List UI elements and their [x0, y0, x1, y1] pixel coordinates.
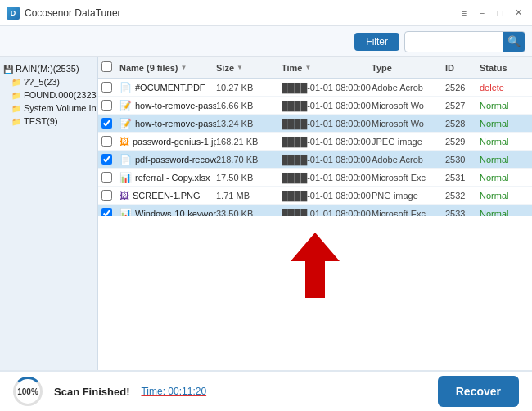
table-row[interactable]: 📊 referral - Copy.xlsx 17.50 KB ████-01-…: [98, 169, 532, 187]
row-size-4: 218.70 KB: [216, 155, 282, 165]
sidebar-item-77[interactable]: 📁 ??_5(23): [0, 75, 97, 88]
row-status-4: Normal: [480, 155, 529, 165]
progress-circle: 100%: [13, 377, 43, 406]
row-type-3: JPEG image: [372, 137, 445, 147]
select-all-checkbox[interactable]: [101, 61, 112, 72]
row-checkbox-0[interactable]: [101, 82, 119, 93]
row-check-1[interactable]: [101, 100, 112, 111]
row-status-0: delete: [480, 83, 529, 93]
minimize-button[interactable]: −: [475, 6, 489, 20]
row-checkbox-6[interactable]: [101, 190, 119, 201]
row-name-6: 🖼 SCREEN-1.PNG: [119, 190, 216, 201]
excel-icon: 📊: [119, 172, 132, 183]
search-button[interactable]: 🔍: [503, 31, 525, 52]
row-id-0: 2526: [445, 83, 480, 93]
sidebar-label-test: TEST(9): [24, 116, 58, 126]
row-filename-4: pdf-password-recovery-tool.pdf: [135, 155, 216, 165]
row-name-4: 📄 pdf-password-recovery-tool.pdf: [119, 154, 216, 165]
maximize-button[interactable]: □: [493, 6, 507, 20]
table-row[interactable]: 🖼 password-genius-1.jpg 168.21 KB ████-0…: [98, 133, 532, 151]
row-status-1: Normal: [480, 101, 529, 111]
hamburger-menu-icon[interactable]: ≡: [457, 6, 471, 20]
table-header: Name (9 files) ▼ Size ▼ Time ▼ Type ID: [98, 57, 532, 79]
header-name-label: Name (9 files): [119, 63, 178, 73]
row-check-4[interactable]: [101, 154, 112, 165]
sidebar-label-sysvolinfo: System Volume Information(11): [24, 103, 98, 113]
close-button[interactable]: ✕: [511, 6, 525, 20]
sidebar-item-sysvolinfo[interactable]: 📁 System Volume Information(11): [0, 102, 97, 115]
row-type-0: Adobe Acrob: [372, 83, 445, 93]
header-time-col: Time ▼: [282, 63, 372, 73]
row-check-7[interactable]: [101, 208, 112, 216]
size-sort-icon[interactable]: ▼: [237, 64, 243, 71]
row-checkbox-4[interactable]: [101, 154, 119, 165]
row-check-2[interactable]: [101, 118, 112, 129]
table-row[interactable]: 📝 how-to-remove-password_unprotected.doc…: [98, 115, 532, 133]
jpg-icon: 🖼: [119, 136, 129, 147]
row-time-0: ████-01-01 08:00:00: [282, 83, 372, 93]
app-title: Cocosenor DataTuner: [25, 7, 457, 19]
row-check-0[interactable]: [101, 82, 112, 93]
row-status-3: Normal: [480, 137, 529, 147]
row-filename-3: password-genius-1.jpg: [133, 137, 216, 147]
row-time-7: ████-01-01 08:00:00: [282, 209, 372, 217]
folder-icon-77: 📁: [11, 78, 21, 87]
row-checkbox-2[interactable]: [101, 118, 119, 129]
table-row[interactable]: 📄 #OCUMENT.PDF 10.27 KB ████-01-01 08:00…: [98, 79, 532, 97]
folder-icon-sysvolinfo: 📁: [11, 104, 21, 113]
table-row[interactable]: 📝 how-to-remove-password.docx 16.66 KB █…: [98, 97, 532, 115]
filter-button[interactable]: Filter: [354, 33, 399, 51]
up-arrow-icon: [291, 233, 340, 298]
row-status-5: Normal: [480, 173, 529, 183]
file-area: Name (9 files) ▼ Size ▼ Time ▼ Type ID: [98, 57, 532, 370]
row-filename-7: Windows-10-keyword.xlsx: [135, 209, 216, 217]
row-size-1: 16.66 KB: [216, 101, 282, 111]
row-status-2: Normal: [480, 119, 529, 129]
row-checkbox-5[interactable]: [101, 172, 119, 183]
progress-percent: 100%: [17, 387, 38, 396]
svg-marker-0: [291, 233, 340, 298]
sidebar-item-found[interactable]: 📁 FOUND.000(2323): [0, 88, 97, 102]
row-time-5: ████-01-01 08:00:00: [282, 173, 372, 183]
row-time-4: ████-01-01 08:00:00: [282, 155, 372, 165]
table-body: 📄 #OCUMENT.PDF 10.27 KB ████-01-01 08:00…: [98, 79, 532, 216]
header-time-label: Time: [282, 63, 302, 73]
row-time-3: ████-01-01 08:00:00: [282, 137, 372, 147]
row-check-3[interactable]: [101, 136, 112, 147]
table-row[interactable]: 📄 pdf-password-recovery-tool.pdf 218.70 …: [98, 151, 532, 169]
row-id-5: 2531: [445, 173, 480, 183]
row-check-6[interactable]: [101, 190, 112, 201]
table-row[interactable]: 📊 Windows-10-keyword.xlsx 33.50 KB ████-…: [98, 205, 532, 216]
sidebar-item-test[interactable]: 📁 TEST(9): [0, 115, 97, 128]
row-name-2: 📝 how-to-remove-password_unprotected.doc…: [119, 118, 216, 129]
row-filename-2: how-to-remove-password_unprotected.docx: [135, 119, 216, 129]
pdf-icon: 📄: [119, 82, 132, 93]
header-checkbox-col: [101, 61, 119, 75]
header-id-label: ID: [445, 63, 454, 73]
row-id-6: 2532: [445, 191, 480, 201]
row-check-5[interactable]: [101, 172, 112, 183]
app-icon: D: [7, 7, 20, 20]
sidebar-item-rain[interactable]: 💾 RAIN(M:)(2535): [0, 62, 97, 75]
row-id-4: 2530: [445, 155, 480, 165]
sidebar-label-rain: RAIN(M:)(2535): [16, 64, 79, 74]
pdf-icon: 📄: [119, 154, 132, 165]
row-checkbox-1[interactable]: [101, 100, 119, 111]
name-sort-icon[interactable]: ▼: [181, 64, 187, 71]
header-type-col: Type: [372, 63, 445, 73]
toolbar: Filter 🔍: [0, 26, 532, 57]
row-checkbox-7[interactable]: [101, 208, 119, 216]
row-filename-5: referral - Copy.xlsx: [135, 173, 210, 183]
row-checkbox-3[interactable]: [101, 136, 119, 147]
row-name-5: 📊 referral - Copy.xlsx: [119, 172, 216, 183]
recover-button[interactable]: Recover: [438, 376, 519, 407]
table-row[interactable]: 🖼 SCREEN-1.PNG 1.71 MB ████-01-01 08:00:…: [98, 187, 532, 205]
scan-time-label: Time: 00:11:20: [141, 386, 206, 397]
word-icon: 📝: [119, 118, 132, 129]
time-sort-icon[interactable]: ▼: [304, 64, 311, 71]
row-size-5: 17.50 KB: [216, 173, 282, 183]
row-type-2: Microsoft Wo: [372, 119, 445, 129]
search-input[interactable]: [405, 36, 503, 47]
header-name-col: Name (9 files) ▼: [119, 63, 216, 73]
sidebar-label-77: ??_5(23): [24, 77, 60, 87]
